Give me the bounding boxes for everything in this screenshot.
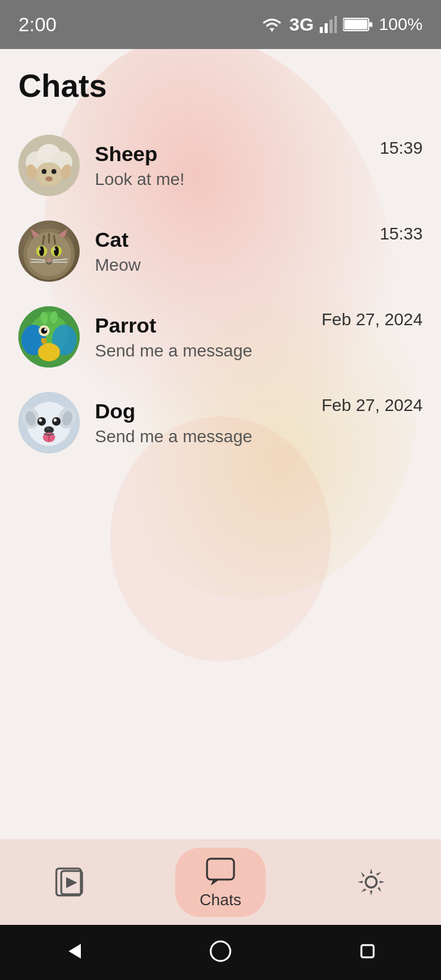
chat-preview-parrot: Send me a message	[95, 341, 312, 361]
chat-name-sheep: Sheep	[95, 142, 371, 166]
media-icon	[54, 866, 86, 898]
svg-point-17	[36, 162, 62, 187]
chat-name-cat: Cat	[95, 228, 371, 252]
chat-time-sheep: 15:39	[380, 135, 423, 158]
android-back-button[interactable]	[61, 939, 86, 966]
chat-info-parrot: Parrot Send me a message	[95, 314, 312, 361]
settings-icon	[355, 866, 387, 898]
svg-rect-77	[361, 945, 374, 957]
chat-item-dog[interactable]: Dog Send me a message Feb 27, 2024	[0, 380, 441, 466]
main-content: Chats	[0, 49, 441, 472]
svg-point-63	[54, 419, 57, 422]
battery-icon	[343, 17, 372, 32]
svg-marker-70	[66, 877, 77, 888]
chat-time-cat: 15:33	[380, 221, 423, 244]
svg-marker-0	[270, 28, 274, 32]
signal-icon	[320, 16, 337, 33]
chat-item-sheep[interactable]: Sheep Look at me! 15:39	[0, 123, 441, 208]
svg-rect-7	[369, 22, 372, 27]
chat-item-cat[interactable]: Cat Meow 15:33	[0, 208, 441, 294]
chat-preview-dog: Send me a message	[95, 427, 312, 447]
svg-point-37	[53, 248, 56, 251]
android-recents-button[interactable]	[355, 939, 380, 966]
chat-info-sheep: Sheep Look at me!	[95, 142, 371, 189]
chat-name-dog: Dog	[95, 399, 312, 423]
svg-rect-6	[344, 20, 368, 29]
svg-point-20	[45, 176, 53, 181]
svg-line-31	[54, 236, 55, 244]
svg-point-62	[39, 419, 42, 422]
svg-point-65	[47, 428, 49, 430]
bottom-nav: Chats	[0, 839, 441, 925]
avatar-parrot	[18, 306, 80, 368]
nav-item-settings[interactable]	[337, 860, 405, 904]
status-bar: 2:00 3G 100%	[0, 0, 441, 49]
svg-point-76	[211, 941, 230, 961]
android-home-button[interactable]	[208, 939, 233, 966]
status-icons: 3G 100%	[261, 14, 423, 35]
svg-rect-1	[320, 27, 323, 33]
svg-point-34	[39, 246, 44, 256]
svg-rect-3	[330, 20, 333, 33]
svg-point-60	[37, 417, 46, 426]
chat-info-cat: Cat Meow	[95, 228, 371, 275]
chat-preview-cat: Meow	[95, 255, 371, 275]
network-indicator: 3G	[289, 14, 314, 35]
svg-point-19	[51, 169, 56, 174]
avatar-cat	[18, 221, 80, 282]
wifi-icon	[261, 16, 283, 33]
svg-point-35	[54, 246, 59, 256]
chat-list: Sheep Look at me! 15:39	[0, 116, 441, 472]
svg-rect-71	[207, 859, 234, 880]
svg-rect-4	[334, 16, 337, 33]
svg-marker-75	[69, 944, 81, 959]
chat-info-dog: Dog Send me a message	[95, 399, 312, 447]
chat-icon	[205, 855, 236, 887]
svg-rect-2	[325, 23, 328, 33]
status-time: 2:00	[18, 13, 56, 36]
avatar-dog	[18, 392, 80, 453]
svg-point-61	[52, 417, 61, 426]
chat-time-parrot: Feb 27, 2024	[322, 306, 423, 330]
nav-item-chats[interactable]: Chats	[175, 848, 266, 917]
nav-item-media[interactable]	[36, 860, 104, 904]
chat-item-parrot[interactable]: Parrot Send me a message Feb 27, 2024	[0, 294, 441, 380]
nav-label-chats: Chats	[200, 891, 241, 910]
svg-point-50	[44, 328, 47, 331]
svg-line-29	[43, 236, 44, 244]
chat-preview-sheep: Look at me!	[95, 170, 371, 189]
avatar-sheep	[18, 135, 80, 196]
svg-point-47	[38, 343, 60, 361]
svg-point-18	[42, 169, 47, 174]
battery-percent: 100%	[379, 15, 423, 34]
svg-point-36	[39, 248, 41, 251]
chat-name-parrot: Parrot	[95, 314, 312, 337]
svg-point-74	[366, 876, 377, 888]
android-nav-bar	[0, 925, 441, 980]
chat-time-dog: Feb 27, 2024	[322, 392, 423, 415]
svg-point-49	[41, 328, 47, 334]
page-title: Chats	[0, 49, 441, 116]
